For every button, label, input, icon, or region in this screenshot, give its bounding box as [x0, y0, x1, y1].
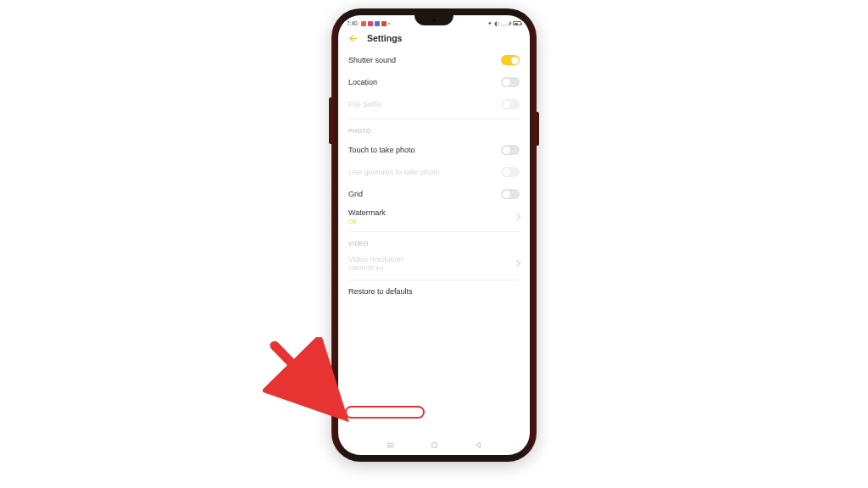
section-heading-photo: PHOTO: [348, 119, 520, 139]
row-sublabel: 1080P/30 fps: [348, 265, 403, 271]
row-shutter-sound[interactable]: Shutter sound: [348, 49, 520, 71]
row-flip-selfie: Flip Selfie: [348, 93, 520, 115]
back-triangle-icon: [474, 441, 483, 450]
nav-recent-button[interactable]: [384, 440, 396, 452]
title-bar: Settings: [338, 30, 530, 49]
svg-line-1: [275, 346, 337, 410]
chevron-right-icon: [514, 213, 520, 219]
row-location[interactable]: Location: [348, 71, 520, 93]
wifi-icon: ◡: [501, 20, 506, 26]
status-time: 7:40: [347, 20, 358, 26]
row-video-resolution: Video resolution 1080P/30 fps: [348, 252, 520, 274]
navigation-bar: [338, 438, 530, 455]
notification-icon: [361, 21, 366, 26]
back-button[interactable]: [347, 32, 359, 44]
row-label: Use gestures to take photo: [348, 168, 440, 176]
nav-back-button[interactable]: [472, 440, 484, 452]
battery-icon: [513, 21, 521, 25]
row-label: Touch to take photo: [348, 146, 415, 154]
signal-icon: 𝟃: [508, 20, 511, 26]
toggle-flip-selfie: [501, 99, 520, 109]
notification-icon: [381, 21, 387, 26]
row-use-gestures: Use gestures to take photo: [348, 161, 520, 183]
home-icon: [430, 441, 439, 450]
settings-list[interactable]: Shutter sound Location Flip Selfie PHOTO…: [338, 49, 530, 438]
nav-home-button[interactable]: [428, 440, 440, 452]
toggle-location[interactable]: [501, 77, 520, 87]
row-label: Watermark: [348, 208, 386, 217]
toggle-use-gestures: [501, 167, 520, 177]
toggle-grid[interactable]: [501, 189, 520, 199]
status-right: ✦ ◐ ◡ 𝟃: [487, 20, 521, 26]
dnd-icon: ◐: [494, 20, 499, 26]
notification-icon: [375, 21, 380, 26]
row-label: Restore to defaults: [348, 287, 413, 296]
row-touch-to-take-photo[interactable]: Touch to take photo: [348, 139, 520, 161]
svg-rect-0: [431, 443, 437, 448]
phone-screen: 7:40 ✦ ◐ ◡ 𝟃 Settings: [338, 15, 530, 455]
row-grid[interactable]: Grid: [348, 183, 520, 205]
toggle-shutter-sound[interactable]: [501, 55, 520, 65]
display-notch: [415, 15, 453, 25]
row-label: Flip Selfie: [348, 100, 382, 108]
status-left: 7:40: [347, 20, 390, 26]
notification-icon: [368, 21, 373, 26]
page-title: Settings: [367, 33, 402, 43]
row-label: Grid: [348, 190, 363, 198]
phone-frame: 7:40 ✦ ◐ ◡ 𝟃 Settings: [331, 8, 537, 462]
arrow-left-icon: [348, 33, 359, 44]
row-label: Location: [348, 78, 377, 86]
row-label: Video resolution: [348, 255, 403, 263]
row-label: Shutter sound: [348, 56, 396, 64]
recent-apps-icon: [386, 441, 395, 450]
bluetooth-icon: ✦: [487, 20, 492, 26]
chevron-right-icon: [514, 259, 520, 266]
row-sublabel: Off: [348, 219, 386, 225]
toggle-touch-photo[interactable]: [501, 145, 520, 155]
more-notifications-icon: [388, 23, 390, 25]
section-heading-video: VIDEO: [348, 231, 520, 252]
row-watermark[interactable]: Watermark Off: [348, 205, 520, 228]
row-restore-defaults[interactable]: Restore to defaults: [348, 280, 520, 304]
